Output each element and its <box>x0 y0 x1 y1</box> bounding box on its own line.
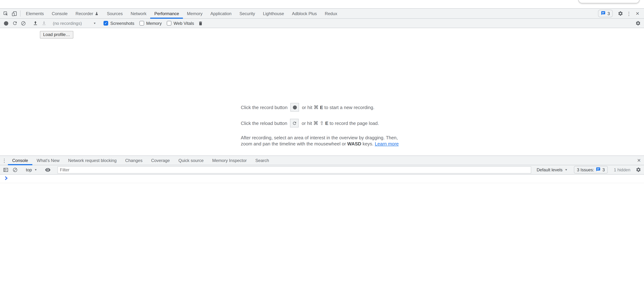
tabbar-right-controls: 3 ⋮ × <box>598 9 644 18</box>
drawer-tab-coverage[interactable]: Coverage <box>147 156 174 165</box>
garbage-collect-button[interactable] <box>196 21 205 26</box>
key-e: E <box>320 105 323 110</box>
tab-label: Lighthouse <box>263 11 284 16</box>
close-devtools-button[interactable]: × <box>633 11 642 17</box>
drawer-menu-button[interactable]: ⋮ <box>1 156 8 165</box>
tab-sources[interactable]: Sources <box>103 9 127 18</box>
tab-label: Memory <box>187 11 202 16</box>
tab-application[interactable]: Application <box>206 9 236 18</box>
drawer-tab-memory-inspector[interactable]: Memory Inspector <box>208 156 251 165</box>
tab-recorder[interactable]: Recorder <box>72 9 103 18</box>
tab-security[interactable]: Security <box>236 9 259 18</box>
tab-memory[interactable]: Memory <box>183 9 206 18</box>
tab-label: Performance <box>154 11 179 16</box>
issues-bubble-icon <box>596 167 601 173</box>
performance-panel-body: Load profile… Click the record button or… <box>0 28 644 156</box>
tab-label: Memory Inspector <box>212 158 247 163</box>
console-settings-button[interactable] <box>634 167 642 173</box>
recordings-select[interactable]: (no recordings) ▼ <box>52 21 98 26</box>
tab-lighthouse[interactable]: Lighthouse <box>259 9 288 18</box>
tab-label: Adblock Plus <box>292 11 317 16</box>
issues-counter-button[interactable]: 3 <box>598 10 613 17</box>
experiment-flask-icon <box>95 11 99 16</box>
tab-label: Sources <box>107 11 123 16</box>
tab-elements[interactable]: Elements <box>22 9 48 18</box>
tab-label: Coverage <box>151 158 170 163</box>
capture-settings-button[interactable] <box>634 21 642 26</box>
checkbox-label: Memory <box>146 21 162 26</box>
instruction-text: Click the record button <box>241 105 288 110</box>
log-levels-select[interactable]: Default levels ▼ <box>535 167 570 172</box>
tab-label: What's New <box>37 158 60 163</box>
create-live-expression-button[interactable] <box>43 167 52 173</box>
save-profile-button[interactable] <box>40 21 48 26</box>
reload-instruction-row: Click the reload button or hit ⌘ ⇧ E to … <box>241 119 403 127</box>
levels-select-value: Default levels <box>537 167 562 172</box>
chevron-down-icon: ▼ <box>93 22 96 25</box>
clear-recordings-button[interactable] <box>19 21 28 26</box>
close-icon: × <box>636 11 639 17</box>
tab-label: Elements <box>26 11 44 16</box>
close-drawer-button[interactable]: × <box>634 156 644 165</box>
reload-and-record-button[interactable] <box>10 21 19 26</box>
drawer-tab-search[interactable]: Search <box>251 156 273 165</box>
divider <box>20 11 20 17</box>
console-prompt[interactable] <box>0 175 644 183</box>
checkbox-label: Screenshots <box>110 21 134 26</box>
checkbox-label: Web Vitals <box>174 21 194 26</box>
checkmark-icon: ✓ <box>104 22 108 25</box>
web-vitals-checkbox-item[interactable]: ✓ Web Vitals <box>167 21 194 26</box>
tab-label: Console <box>52 11 68 16</box>
web-vitals-checkbox[interactable]: ✓ <box>167 21 172 26</box>
record-button[interactable] <box>2 21 10 25</box>
upload-icon <box>32 21 38 26</box>
drawer-tab-changes[interactable]: Changes <box>121 156 147 165</box>
block-icon <box>12 167 18 172</box>
usage-hint-paragraph: After recording, select an area of inter… <box>241 135 403 147</box>
drawer-tab-network-request-blocking[interactable]: Network request blocking <box>64 156 121 165</box>
console-issues-button[interactable]: 3 Issues: 3 <box>574 166 608 174</box>
device-toolbar-button[interactable] <box>10 9 19 18</box>
browser-popup-remnant <box>578 0 640 3</box>
hidden-messages-label: 1 hidden <box>614 167 630 172</box>
tab-label: Search <box>255 158 269 163</box>
main-tabbar: Elements Console Recorder Sources Networ… <box>0 8 644 19</box>
memory-checkbox[interactable]: ✓ <box>139 21 144 26</box>
memory-checkbox-item[interactable]: ✓ Memory <box>139 21 162 26</box>
shift-key-symbol: ⇧ <box>320 120 324 126</box>
console-filter-input[interactable] <box>57 166 531 173</box>
clear-console-button[interactable] <box>11 167 20 172</box>
sidebar-panel-icon <box>3 167 8 173</box>
inspect-element-button[interactable] <box>2 9 10 18</box>
drawer-tab-console[interactable]: Console <box>8 156 32 165</box>
record-instruction-row: Click the record button or hit ⌘ E to st… <box>241 103 403 112</box>
instruction-text: Click the reload button <box>241 120 287 126</box>
tooltip-text: Load profile… <box>43 32 70 37</box>
issues-count: 3 <box>608 11 610 16</box>
console-sidebar-toggle-button[interactable] <box>2 167 10 173</box>
load-profile-button[interactable] <box>31 21 40 26</box>
tab-adblock-plus[interactable]: Adblock Plus <box>288 9 321 18</box>
screenshots-checkbox[interactable]: ✓ <box>104 21 108 26</box>
javascript-context-select[interactable]: top ▼ <box>24 167 39 172</box>
settings-button[interactable] <box>616 11 624 16</box>
issues-label: 3 Issues: <box>577 167 594 172</box>
tab-console[interactable]: Console <box>48 9 72 18</box>
gear-icon <box>618 11 623 16</box>
drawer-tab-whats-new[interactable]: What's New <box>32 156 64 165</box>
tab-network[interactable]: Network <box>127 9 150 18</box>
three-dots-icon: ⋮ <box>626 11 632 16</box>
drawer-tab-quick-source[interactable]: Quick source <box>174 156 208 165</box>
screenshots-checkbox-item[interactable]: ✓ Screenshots <box>104 21 134 26</box>
close-icon: × <box>637 157 641 164</box>
main-menu-button[interactable]: ⋮ <box>624 11 633 16</box>
reload-icon <box>12 21 18 26</box>
tab-label: Redux <box>325 11 337 16</box>
learn-more-link[interactable]: Learn more <box>375 141 399 146</box>
performance-toolbar: (no recordings) ▼ ✓ Screenshots ✓ Memory… <box>0 19 644 28</box>
drawer-tabbar: ⋮ Console What's New Network request blo… <box>0 156 644 165</box>
tab-performance[interactable]: Performance <box>150 9 183 18</box>
instruction-text: or hit ⌘ ⇧ E to record the page load. <box>302 120 379 126</box>
download-icon <box>41 21 46 26</box>
tab-redux[interactable]: Redux <box>321 9 341 18</box>
